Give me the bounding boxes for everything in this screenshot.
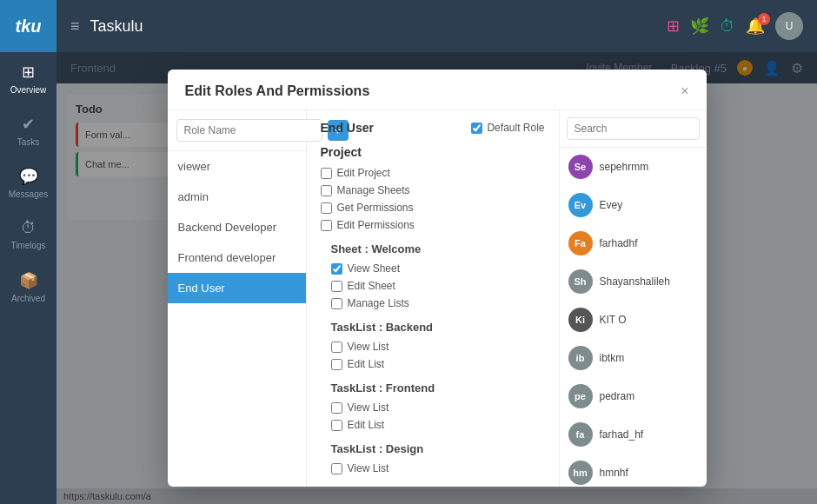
user-item-kito[interactable]: Ki KIT O — [560, 301, 707, 339]
perm-checkbox-viewlistb[interactable] — [331, 342, 342, 353]
user-avatar-farhad-hf: fa — [568, 422, 593, 447]
permissions-panel: End User Default Role Project Edit Proje… — [307, 110, 559, 487]
roles-panel: + viewer admin Backend Develope — [168, 110, 307, 487]
perm-item: Get Permissions — [321, 199, 545, 216]
archived-icon: 📦 — [19, 271, 38, 290]
sidebar-item-messages[interactable]: 💬 Messages — [0, 156, 56, 209]
logo-text: tku — [16, 17, 42, 36]
user-avatar-sepehrmm: Se — [568, 155, 593, 179]
app-title: Taskulu — [90, 17, 656, 36]
perm-subgroup-backend: TaskList : Backend — [331, 321, 545, 334]
add-task-btn[interactable]: ⊞ — [667, 17, 680, 36]
role-name-input[interactable] — [176, 119, 322, 142]
perm-group-project: Project — [321, 145, 545, 159]
users-search — [560, 110, 707, 148]
sidebar: tku ⊞ Overview ✔ Tasks 💬 Messages ⏱ Time… — [0, 0, 56, 504]
user-avatar-kito: Ki — [568, 308, 593, 332]
perm-checkbox-editproject[interactable] — [321, 168, 332, 179]
topbar-actions: ⊞ 🌿 ⏱ 🔔1 U — [667, 12, 803, 40]
user-item-pedram[interactable]: pe pedram — [560, 377, 707, 415]
timer-btn[interactable]: ⏱ — [720, 17, 735, 36]
perm-item: Manage Sheets — [321, 182, 545, 199]
perm-checkbox-editlistf[interactable] — [331, 420, 342, 431]
globe-btn[interactable]: 🌿 — [690, 17, 709, 36]
sidebar-item-archived[interactable]: 📦 Archived — [0, 261, 56, 313]
notifications-btn[interactable]: 🔔1 — [746, 17, 765, 36]
perm-checkbox-editlistb[interactable] — [331, 359, 342, 370]
perm-subgroup-design: TaskList : Design — [331, 442, 545, 455]
perm-checkbox-getperms[interactable] — [321, 202, 332, 214]
edit-roles-modal: Edit Roles And Permissions × + — [168, 70, 707, 487]
perm-item: Edit List — [321, 416, 545, 434]
app-logo[interactable]: tku — [0, 0, 56, 52]
role-item-frontend[interactable]: Frontend developer — [168, 242, 306, 273]
user-item-farhadhf[interactable]: Fa farhadhf — [560, 224, 707, 262]
modal-close-button[interactable]: × — [681, 83, 688, 99]
role-item-viewer[interactable]: viewer — [168, 151, 306, 182]
default-role-label[interactable]: Default Role — [471, 122, 544, 134]
perm-checkbox-editperms[interactable] — [321, 220, 332, 231]
perm-item: View List — [321, 460, 545, 477]
user-item-shayan[interactable]: Sh Shayanshalileh — [560, 262, 707, 301]
role-input-row: + — [168, 110, 306, 151]
perm-item: Edit Sheet — [321, 277, 545, 295]
perm-checkbox-managelists[interactable] — [331, 298, 342, 309]
role-item-admin[interactable]: admin — [168, 182, 306, 212]
user-avatar-evey: Ev — [568, 193, 593, 217]
default-role-checkbox[interactable] — [471, 123, 482, 134]
sidebar-item-tasks[interactable]: ✔ Tasks — [0, 104, 56, 156]
role-list: viewer admin Backend Developer Frontend … — [168, 151, 306, 487]
tasks-icon: ✔ — [22, 115, 35, 134]
role-item-enduser[interactable]: End User — [168, 273, 306, 303]
user-avatar[interactable]: U — [775, 12, 803, 40]
sidebar-item-timelogs[interactable]: ⏱ Timelogs — [0, 209, 56, 261]
perm-item: Edit Permissions — [321, 216, 545, 234]
user-item-evey[interactable]: Ev Evey — [560, 186, 707, 224]
perm-subgroup-welcome: Sheet : Welcome — [331, 242, 545, 255]
role-display-label: End User — [321, 121, 374, 135]
user-avatar-shayan: Sh — [568, 269, 593, 294]
user-avatar-hmnhf: hm — [568, 461, 593, 485]
perm-checkbox-managesheets[interactable] — [321, 185, 332, 196]
users-panel: Se sepehrmm Ev Evey Fa farhadhf — [559, 110, 707, 487]
user-avatar-farhadhf: Fa — [568, 231, 593, 255]
perm-item: Edit List — [321, 355, 545, 373]
user-item-hmnhf[interactable]: hm hmnhf — [560, 454, 707, 487]
modal-body: + viewer admin Backend Develope — [168, 110, 707, 487]
perm-item: Manage Lists — [321, 295, 545, 312]
user-avatar-ibtkm: ib — [568, 346, 593, 370]
user-item-sepehrmm[interactable]: Se sepehrmm — [560, 148, 707, 186]
modal-header: Edit Roles And Permissions × — [168, 70, 707, 110]
menu-icon: ≡ — [70, 17, 80, 36]
timelogs-icon: ⏱ — [21, 219, 37, 237]
user-avatar-pedram: pe — [568, 384, 593, 408]
perm-item: View List — [321, 338, 545, 355]
modal-overlay: Edit Roles And Permissions × + — [56, 52, 817, 504]
perm-checkbox-viewsheet[interactable] — [331, 263, 342, 275]
perm-item: View Sheet — [321, 260, 545, 277]
modal-title: Edit Roles And Permissions — [185, 83, 370, 99]
user-item-farhad-hf[interactable]: fa farhad_hf — [560, 415, 707, 454]
perm-section-header: End User Default Role — [321, 121, 545, 135]
perm-item: Edit Project — [321, 164, 545, 182]
page-body: Frontend Invite Member... Backlog #5 ● 👤… — [56, 52, 817, 504]
perm-checkbox-editsheet[interactable] — [331, 281, 342, 292]
sidebar-item-overview[interactable]: ⊞ Overview — [0, 52, 56, 104]
perm-checkbox-viewlistf[interactable] — [331, 402, 342, 414]
user-item-ibtkm[interactable]: ib ibtkm — [560, 339, 707, 377]
overview-icon: ⊞ — [22, 63, 35, 82]
perm-subgroup-frontend: TaskList : Frontend — [331, 381, 545, 395]
perm-checkbox-viewlistd[interactable] — [331, 463, 342, 474]
perm-item: View List — [321, 399, 545, 416]
role-item-backend[interactable]: Backend Developer — [168, 212, 306, 242]
notification-badge: 1 — [758, 13, 770, 25]
messages-icon: 💬 — [19, 167, 38, 186]
users-search-input[interactable] — [567, 117, 700, 140]
topbar: ≡ Taskulu ⊞ 🌿 ⏱ 🔔1 U — [56, 0, 817, 52]
users-list: Se sepehrmm Ev Evey Fa farhadhf — [560, 148, 707, 487]
